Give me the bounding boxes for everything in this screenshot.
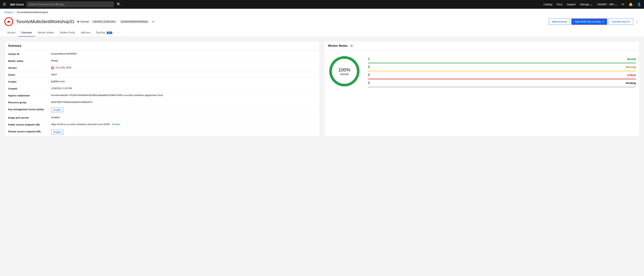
tab-devops-label: DevOps (96, 31, 106, 34)
main-content: Summary Cluster ID bnnaor4d0umc4lh40650 … (0, 37, 644, 141)
normal-count: 1 (368, 57, 372, 61)
critical-count: 0 (368, 73, 372, 77)
tab-overview[interactable]: Overview (18, 29, 35, 36)
ingress-label: Ingress subdomain (8, 94, 48, 97)
user-icon[interactable]: 👤 (637, 2, 641, 6)
summary-row-version: Version 3.11.154_1533 (4, 64, 320, 71)
breadcrumb-current: TorontoMulticlientWorkshop31 (16, 11, 48, 14)
tab-worker-pools[interactable]: Worker Pools (57, 29, 78, 36)
external-link-icon: ↗ (602, 20, 604, 23)
donut-label: Normal (338, 73, 350, 76)
summary-row-cluster-id: Cluster ID bnnaor4d0umc4lh40650 (4, 50, 320, 58)
openshift-version-icon (51, 66, 54, 69)
summary-row-created: Created 12/9/2019, 3:20 PM (4, 85, 320, 92)
stat-row-pending: 0 Pending (368, 79, 636, 87)
kms-enable-button[interactable]: Enable (51, 108, 63, 112)
summary-row-resource-group: Resource group 5eb57fd577b64b51beb832c2e… (4, 99, 320, 106)
image-pull-label: Image pull secrets (8, 116, 48, 119)
public-endpoint-disable-link[interactable]: Disable (112, 123, 120, 126)
tab-devops[interactable]: DevOps New (93, 29, 115, 36)
worker-nodes-card-header: Worker Nodes 1 (324, 41, 640, 50)
breadcrumb: Clusters / TorontoMulticlientWorkshop31 (0, 9, 644, 15)
version-label: Version (8, 66, 48, 69)
openshift-console-button[interactable]: OpenShift web console ↗ (571, 18, 607, 25)
search-icon[interactable]: 🔍 (117, 2, 121, 6)
tag-cluster: torontomulticlientworkshop (120, 20, 149, 23)
docs-link[interactable]: Docs (557, 3, 562, 6)
ingress-value: torontomulticlien-761954-0e3e0ef4c9c6d83… (51, 94, 316, 96)
openshift-console-label: OpenShift web console (574, 20, 601, 23)
tab-addons[interactable]: Add-ons (78, 29, 93, 36)
private-endpoint-value: Enable (51, 130, 316, 134)
stat-row-warning: 0 Warning (368, 63, 636, 71)
donut-center: 100% Normal (338, 67, 350, 76)
summary-row-image-pull: Image pull secrets Enabled (4, 114, 320, 121)
public-endpoint-value: https://c100-e.us-south.containers.cloud… (51, 123, 316, 126)
created-value: 12/9/2019, 3:20 PM (51, 87, 316, 90)
cluster-id-label: Cluster ID (8, 52, 48, 56)
svg-point-3 (52, 68, 53, 68)
zones-label: Zones (8, 73, 48, 76)
navbar-right: Catalog Docs Support Manage ⌄ 1840867 - … (544, 2, 641, 6)
worker-stats: 1 Normal 0 Warning 0 Critical 0 Pending (368, 55, 636, 87)
tab-worker-nodes[interactable]: Worker Nodes (35, 29, 57, 36)
donut-percent: 100% (338, 67, 350, 73)
critical-label: Critical (627, 74, 636, 76)
summary-row-zones: Zones dal12 (4, 71, 320, 78)
support-link[interactable]: Support (567, 3, 576, 6)
pending-label: Pending (626, 82, 636, 84)
navbar: ☰ IBM Cloud 🔍 Catalog Docs Support Manag… (0, 0, 644, 9)
summary-row-creator: Creator jja@ibm.com (4, 78, 320, 85)
search-input[interactable] (26, 2, 114, 7)
worker-nodes-card: Worker Nodes 1 100% Normal 1 (324, 41, 640, 136)
breadcrumb-clusters-link[interactable]: Clusters (4, 11, 13, 14)
cluster-id-value: bnnaor4d0umc4lh40650 (51, 52, 316, 55)
summary-table: Cluster ID bnnaor4d0umc4lh40650 Master s… (4, 50, 320, 136)
connect-cli-button[interactable]: Connect via CLI (609, 18, 633, 25)
account-chevron-icon: ⌄ (614, 2, 617, 6)
summary-card: Summary Cluster ID bnnaor4d0umc4lh40650 … (4, 41, 320, 136)
edit-icon[interactable]: ✏ (622, 2, 624, 6)
notification-icon[interactable]: 🔔 (629, 2, 633, 6)
creator-label: Creator (8, 80, 48, 83)
overflow-menu-icon[interactable]: ⋮ (634, 19, 640, 24)
manage-menu[interactable]: Manage ⌄ (580, 2, 593, 6)
svg-point-1 (8, 21, 10, 22)
stat-row-normal: 1 Normal (368, 55, 636, 63)
kms-label: Key management service (beta) (8, 108, 48, 111)
creator-value: jja@ibm.com (51, 80, 316, 83)
master-status-value: Ready (51, 59, 316, 62)
edit-tags-icon[interactable]: ✏ (152, 20, 154, 24)
devops-new-badge: New (107, 32, 112, 34)
breadcrumb-separator: / (14, 11, 15, 14)
summary-row-ingress: Ingress subdomain torontomulticlien-7619… (4, 92, 320, 99)
status-dot-icon (77, 21, 79, 22)
worker-donut-chart: 100% Normal (328, 55, 361, 88)
cluster-logo-icon (4, 17, 13, 26)
warning-label: Warning (626, 66, 636, 68)
version-value: 3.11.154_1533 (51, 66, 316, 69)
resource-group-label: Resource group (8, 101, 48, 104)
warning-count: 0 (368, 65, 372, 69)
tab-access[interactable]: Access (4, 29, 18, 36)
manage-chevron-icon: ⌄ (590, 2, 593, 6)
brand-name: IBM Cloud (10, 3, 24, 6)
account-selector[interactable]: 1840867 - IBM ⌄ (597, 2, 617, 6)
summary-card-header: Summary (4, 41, 320, 50)
summary-row-public-endpoint: Public service endpoint URL https://c100… (4, 121, 320, 128)
hamburger-icon[interactable]: ☰ (3, 2, 6, 6)
summary-row-private-endpoint: Private service endpoint URL Enable (4, 128, 320, 136)
summary-row-master-status: Master status Ready (4, 58, 320, 64)
master-status-label: Master status (8, 59, 48, 62)
web-terminal-button[interactable]: Web terminal (549, 18, 570, 25)
resource-group-value: 5eb57fd577b64b51beb832c2e9d5287a (51, 101, 316, 104)
zones-value: dal12 (51, 73, 316, 76)
normal-label: Normal (627, 58, 636, 60)
worker-nodes-title: Worker Nodes (328, 44, 348, 48)
tabs: Access Overview Worker Nodes Worker Pool… (4, 29, 640, 36)
private-endpoint-enable-button[interactable]: Enable (51, 130, 63, 134)
header-actions: Web terminal OpenShift web console ↗ Con… (549, 18, 640, 25)
tag-stevemar: stevemar_ca.ibm.com (92, 20, 116, 23)
cluster-name: TorontoMulticlientWorkshop31 (16, 19, 74, 24)
catalog-link[interactable]: Catalog (544, 3, 552, 6)
